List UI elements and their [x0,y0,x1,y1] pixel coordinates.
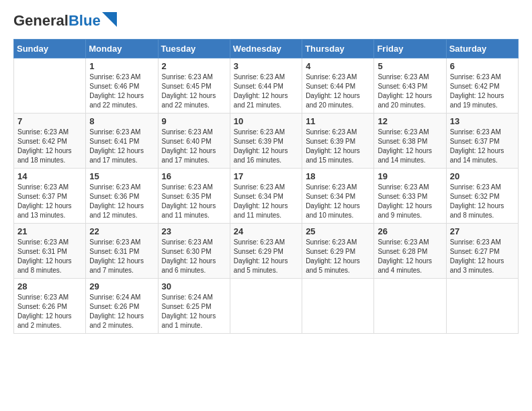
day-number: 21 [17,226,82,236]
day-number: 13 [450,116,515,126]
svg-marker-0 [102,12,117,27]
day-number: 20 [450,171,515,181]
header: GeneralBlue [13,13,519,28]
day-info: Sunrise: 6:23 AM Sunset: 6:26 PM Dayligh… [17,293,82,330]
day-cell [446,279,518,334]
day-cell: 26 Sunrise: 6:23 AM Sunset: 6:28 PM Dayl… [374,224,446,279]
day-number: 23 [162,226,226,236]
day-number: 22 [89,226,154,236]
day-cell: 24 Sunrise: 6:23 AM Sunset: 6:29 PM Dayl… [230,224,302,279]
day-number: 10 [234,116,298,126]
day-number: 19 [378,171,442,181]
day-cell: 13 Sunrise: 6:23 AM Sunset: 6:37 PM Dayl… [446,113,518,169]
header-row: SundayMondayTuesdayWednesdayThursdayFrid… [14,40,519,58]
day-number: 9 [162,116,226,126]
day-number: 24 [234,226,298,236]
logo-text: GeneralBlue [13,13,101,28]
day-info: Sunrise: 6:23 AM Sunset: 6:40 PM Dayligh… [162,128,226,165]
day-cell: 9 Sunrise: 6:23 AM Sunset: 6:40 PM Dayli… [158,113,230,169]
day-cell: 1 Sunrise: 6:23 AM Sunset: 6:46 PM Dayli… [86,58,158,113]
day-cell: 11 Sunrise: 6:23 AM Sunset: 6:39 PM Dayl… [302,113,374,169]
day-number: 11 [306,116,370,126]
header-cell-monday: Monday [86,40,158,58]
week-row-1: 1 Sunrise: 6:23 AM Sunset: 6:46 PM Dayli… [14,58,519,113]
day-info: Sunrise: 6:23 AM Sunset: 6:38 PM Dayligh… [378,128,442,165]
day-cell: 6 Sunrise: 6:23 AM Sunset: 6:42 PM Dayli… [446,58,518,113]
day-info: Sunrise: 6:23 AM Sunset: 6:45 PM Dayligh… [162,73,226,110]
day-number: 18 [306,171,370,181]
day-number: 25 [306,226,370,236]
day-cell: 5 Sunrise: 6:23 AM Sunset: 6:43 PM Dayli… [374,58,446,113]
day-cell: 12 Sunrise: 6:23 AM Sunset: 6:38 PM Dayl… [374,113,446,169]
day-number: 6 [450,61,515,71]
day-info: Sunrise: 6:23 AM Sunset: 6:33 PM Dayligh… [378,183,442,220]
day-info: Sunrise: 6:23 AM Sunset: 6:31 PM Dayligh… [89,238,154,275]
day-number: 12 [378,116,442,126]
day-info: Sunrise: 6:23 AM Sunset: 6:42 PM Dayligh… [17,128,82,165]
header-cell-wednesday: Wednesday [230,40,302,58]
day-info: Sunrise: 6:23 AM Sunset: 6:29 PM Dayligh… [306,238,370,275]
day-cell: 30 Sunrise: 6:24 AM Sunset: 6:25 PM Dayl… [158,279,230,334]
day-cell [14,58,86,113]
day-number: 27 [450,226,515,236]
day-number: 14 [17,171,82,181]
day-cell: 28 Sunrise: 6:23 AM Sunset: 6:26 PM Dayl… [14,279,86,334]
day-info: Sunrise: 6:23 AM Sunset: 6:28 PM Dayligh… [378,238,442,275]
day-cell: 23 Sunrise: 6:23 AM Sunset: 6:30 PM Dayl… [158,224,230,279]
day-info: Sunrise: 6:23 AM Sunset: 6:34 PM Dayligh… [234,183,298,220]
day-info: Sunrise: 6:23 AM Sunset: 6:44 PM Dayligh… [306,73,370,110]
day-info: Sunrise: 6:23 AM Sunset: 6:29 PM Dayligh… [234,238,298,275]
day-number: 26 [378,226,442,236]
day-cell: 22 Sunrise: 6:23 AM Sunset: 6:31 PM Dayl… [86,224,158,279]
day-info: Sunrise: 6:23 AM Sunset: 6:41 PM Dayligh… [89,128,154,165]
day-cell: 19 Sunrise: 6:23 AM Sunset: 6:33 PM Dayl… [374,169,446,224]
day-info: Sunrise: 6:23 AM Sunset: 6:43 PM Dayligh… [378,73,442,110]
day-number: 8 [89,116,154,126]
calendar-body: 1 Sunrise: 6:23 AM Sunset: 6:46 PM Dayli… [14,58,519,334]
day-cell [230,279,302,334]
day-number: 16 [162,171,226,181]
header-cell-saturday: Saturday [446,40,518,58]
day-number: 5 [378,61,442,71]
day-info: Sunrise: 6:23 AM Sunset: 6:42 PM Dayligh… [450,73,515,110]
day-number: 7 [17,116,82,126]
day-cell: 10 Sunrise: 6:23 AM Sunset: 6:39 PM Dayl… [230,113,302,169]
day-number: 28 [17,281,82,291]
day-info: Sunrise: 6:24 AM Sunset: 6:25 PM Dayligh… [162,293,226,330]
day-cell: 8 Sunrise: 6:23 AM Sunset: 6:41 PM Dayli… [86,113,158,169]
header-cell-thursday: Thursday [302,40,374,58]
day-info: Sunrise: 6:23 AM Sunset: 6:35 PM Dayligh… [162,183,226,220]
day-number: 17 [234,171,298,181]
week-row-3: 14 Sunrise: 6:23 AM Sunset: 6:37 PM Dayl… [14,169,519,224]
day-cell: 15 Sunrise: 6:23 AM Sunset: 6:36 PM Dayl… [86,169,158,224]
day-cell: 29 Sunrise: 6:24 AM Sunset: 6:26 PM Dayl… [86,279,158,334]
day-cell: 4 Sunrise: 6:23 AM Sunset: 6:44 PM Dayli… [302,58,374,113]
day-cell: 16 Sunrise: 6:23 AM Sunset: 6:35 PM Dayl… [158,169,230,224]
day-info: Sunrise: 6:23 AM Sunset: 6:32 PM Dayligh… [450,183,515,220]
logo-arrow-icon [102,12,117,27]
header-cell-tuesday: Tuesday [158,40,230,58]
week-row-2: 7 Sunrise: 6:23 AM Sunset: 6:42 PM Dayli… [14,113,519,169]
day-cell [374,279,446,334]
header-cell-friday: Friday [374,40,446,58]
calendar-header: SundayMondayTuesdayWednesdayThursdayFrid… [14,40,519,58]
day-info: Sunrise: 6:23 AM Sunset: 6:30 PM Dayligh… [162,238,226,275]
day-cell: 21 Sunrise: 6:23 AM Sunset: 6:31 PM Dayl… [14,224,86,279]
day-cell: 7 Sunrise: 6:23 AM Sunset: 6:42 PM Dayli… [14,113,86,169]
day-cell: 18 Sunrise: 6:23 AM Sunset: 6:34 PM Dayl… [302,169,374,224]
day-number: 3 [234,61,298,71]
header-cell-sunday: Sunday [14,40,86,58]
day-number: 1 [89,61,154,71]
day-cell: 25 Sunrise: 6:23 AM Sunset: 6:29 PM Dayl… [302,224,374,279]
day-cell: 17 Sunrise: 6:23 AM Sunset: 6:34 PM Dayl… [230,169,302,224]
day-number: 29 [89,281,154,291]
day-number: 4 [306,61,370,71]
day-info: Sunrise: 6:23 AM Sunset: 6:31 PM Dayligh… [17,238,82,275]
day-info: Sunrise: 6:23 AM Sunset: 6:39 PM Dayligh… [234,128,298,165]
day-info: Sunrise: 6:23 AM Sunset: 6:39 PM Dayligh… [306,128,370,165]
day-info: Sunrise: 6:23 AM Sunset: 6:44 PM Dayligh… [234,73,298,110]
day-info: Sunrise: 6:23 AM Sunset: 6:37 PM Dayligh… [450,128,515,165]
day-info: Sunrise: 6:23 AM Sunset: 6:34 PM Dayligh… [306,183,370,220]
week-row-4: 21 Sunrise: 6:23 AM Sunset: 6:31 PM Dayl… [14,224,519,279]
day-cell: 27 Sunrise: 6:23 AM Sunset: 6:27 PM Dayl… [446,224,518,279]
